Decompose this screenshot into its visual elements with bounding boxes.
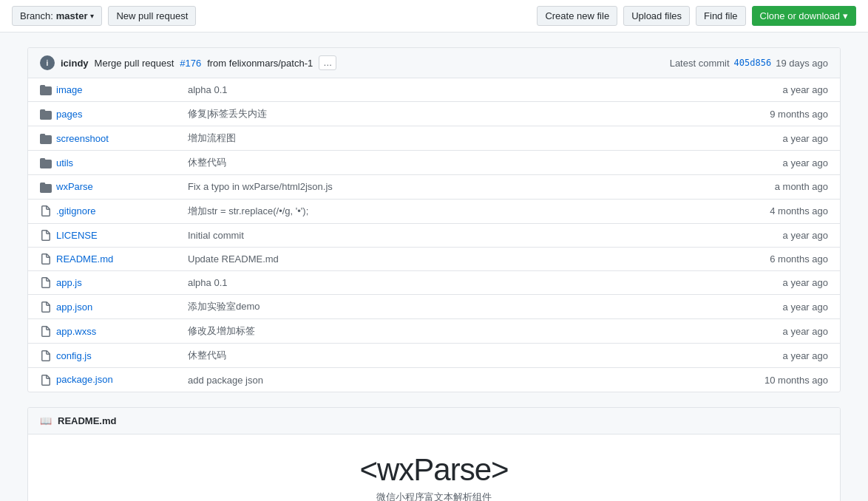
file-time: a year ago [614, 151, 840, 175]
file-link[interactable]: pages [56, 109, 82, 120]
pr-from-text: from felixonmars/patch-1 [207, 58, 313, 69]
file-name-cell: app.json [28, 295, 176, 319]
readme-content: <wxParse> 微信小程序富文本解析组件 [28, 434, 840, 501]
file-table: image alpha 0.1 a year ago pages 修复|标签丢失… [28, 78, 840, 392]
file-time: 6 months ago [614, 247, 840, 270]
file-description: 修复|标签丢失内连 [176, 102, 614, 126]
file-description: Fix a typo in wxParse/html2json.js [176, 175, 614, 199]
table-row: app.wxss 修改及增加标签 a year ago [28, 319, 840, 344]
toolbar-left: Branch: master ▾ New pull request [12, 6, 196, 26]
file-link[interactable]: app.js [56, 277, 82, 288]
commit-time: 19 days ago [776, 58, 828, 69]
book-icon: 📖 [40, 415, 52, 426]
file-time: a year ago [614, 126, 840, 151]
upload-files-button[interactable]: Upload files [623, 6, 690, 26]
clone-download-label: Clone or download [760, 10, 840, 21]
file-link[interactable]: app.wxss [56, 326, 96, 337]
file-link[interactable]: app.json [56, 301, 92, 313]
commit-user-link[interactable]: icindy [61, 58, 89, 69]
file-link[interactable]: utils [56, 157, 73, 168]
table-row: app.js alpha 0.1 a year ago [28, 271, 840, 295]
file-time: a year ago [614, 78, 840, 102]
file-name-cell: LICENSE [28, 223, 176, 247]
file-name-cell: README.md [28, 247, 176, 270]
file-name-cell: screenshoot [28, 126, 176, 151]
table-row: image alpha 0.1 a year ago [28, 78, 840, 102]
file-icon [40, 350, 56, 361]
commit-bar: i icindy Merge pull request #176 from fe… [28, 48, 840, 78]
table-row: wxParse Fix a typo in wxParse/html2json.… [28, 175, 840, 199]
file-link[interactable]: screenshoot [56, 133, 109, 144]
folder-icon [40, 84, 56, 95]
file-description: 增加str = str.replace(/•/g, '•'); [176, 199, 614, 223]
file-time: a year ago [614, 295, 840, 319]
table-row: README.md Update README.md 6 months ago [28, 247, 840, 270]
table-row: utils 休整代码 a year ago [28, 151, 840, 175]
toolbar: Branch: master ▾ New pull request Create… [0, 0, 868, 33]
branch-name: master [56, 10, 88, 21]
file-description: alpha 0.1 [176, 78, 614, 102]
avatar: i [40, 55, 55, 70]
file-description: 休整代码 [176, 151, 614, 175]
folder-icon [40, 180, 56, 192]
file-description: add package json [176, 368, 614, 392]
file-name-cell: package.json [28, 368, 176, 392]
table-row: .gitignore 增加str = str.replace(/•/g, '•'… [28, 199, 840, 223]
chevron-down-icon: ▾ [90, 12, 94, 20]
folder-icon [40, 132, 56, 144]
file-name-cell: .gitignore [28, 199, 176, 223]
chevron-down-icon: ▾ [843, 10, 848, 21]
file-description: 休整代码 [176, 344, 614, 368]
new-pull-request-button[interactable]: New pull request [108, 6, 196, 26]
file-icon [40, 301, 56, 313]
table-row: pages 修复|标签丢失内连 9 months ago [28, 102, 840, 126]
readme-header-title: README.md [58, 415, 116, 426]
branch-label: Branch: [20, 10, 53, 21]
file-link[interactable]: image [56, 84, 82, 95]
commit-hash-link[interactable]: 405d856 [734, 58, 772, 68]
file-link[interactable]: .gitignore [56, 205, 95, 217]
table-row: screenshoot 增加流程图 a year ago [28, 126, 840, 151]
file-icon [40, 253, 56, 265]
folder-icon [40, 157, 56, 168]
find-file-button[interactable]: Find file [696, 6, 746, 26]
file-time: 10 months ago [614, 368, 840, 392]
repository-content: i icindy Merge pull request #176 from fe… [27, 47, 841, 392]
file-name-cell: image [28, 78, 176, 102]
file-name-cell: config.js [28, 344, 176, 368]
wxparse-subtitle: 微信小程序富文本解析组件 [46, 491, 822, 501]
file-description: Update README.md [176, 247, 614, 270]
commit-message: Merge pull request [95, 58, 174, 69]
table-row: config.js 休整代码 a year ago [28, 344, 840, 368]
file-time: a year ago [614, 319, 840, 344]
pr-number-link[interactable]: #176 [180, 58, 201, 69]
file-name-cell: app.wxss [28, 319, 176, 344]
more-commits-button[interactable]: … [319, 55, 336, 70]
file-link[interactable]: package.json [56, 374, 113, 385]
clone-download-button[interactable]: Clone or download ▾ [752, 6, 856, 26]
table-row: LICENSE Initial commit a year ago [28, 223, 840, 247]
file-name-cell: pages [28, 102, 176, 126]
file-link[interactable]: wxParse [56, 181, 93, 192]
commit-bar-left: i icindy Merge pull request #176 from fe… [40, 55, 336, 70]
file-link[interactable]: LICENSE [56, 230, 98, 241]
readme-header: 📖 README.md [28, 408, 840, 434]
file-description: 修改及增加标签 [176, 319, 614, 344]
file-time: a year ago [614, 223, 840, 247]
toolbar-right: Create new file Upload files Find file C… [537, 6, 856, 26]
create-new-file-button[interactable]: Create new file [537, 6, 617, 26]
file-description: alpha 0.1 [176, 271, 614, 295]
file-link[interactable]: config.js [56, 350, 92, 361]
folder-icon [40, 108, 56, 120]
file-description: 增加流程图 [176, 126, 614, 151]
file-name-cell: wxParse [28, 175, 176, 199]
branch-selector[interactable]: Branch: master ▾ [12, 6, 102, 26]
file-link[interactable]: README.md [56, 253, 113, 265]
file-time: a year ago [614, 344, 840, 368]
commit-bar-right: Latest commit 405d856 19 days ago [670, 58, 828, 69]
table-row: app.json 添加实验室demo a year ago [28, 295, 840, 319]
wxparse-title: <wxParse> [46, 452, 822, 488]
file-description: 添加实验室demo [176, 295, 614, 319]
table-row: package.json add package json 10 months … [28, 368, 840, 392]
file-icon [40, 205, 56, 217]
